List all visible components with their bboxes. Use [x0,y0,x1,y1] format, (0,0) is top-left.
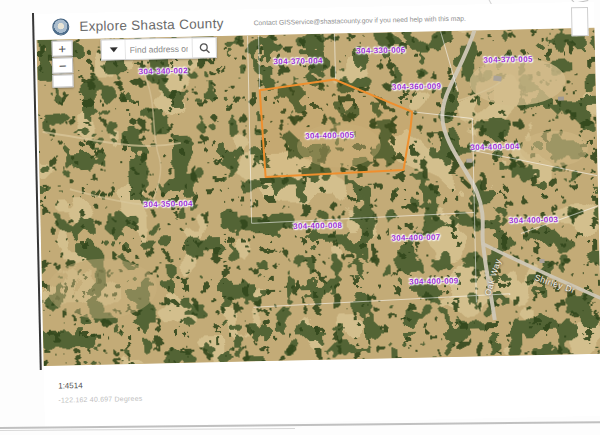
magnifier-icon [198,42,210,54]
search-box [101,37,217,61]
app-title: Explore Shasta County [79,15,224,33]
print-footer: 1:4514 -122.162 40.697 Degrees [44,354,600,428]
extra-map-button[interactable] [52,74,73,87]
zoom-in-button[interactable]: + [52,40,73,56]
header-button[interactable] [571,7,589,36]
aerial-imagery [37,28,600,366]
scanned-page: Explore Shasta County Contact GISService… [0,0,600,435]
zoom-out-button[interactable]: − [52,57,73,73]
county-seal-logo [52,18,69,35]
map-canvas[interactable]: 304-340-002304-370-004304-330-006304-370… [37,28,600,366]
search-button[interactable] [192,38,216,58]
contact-note: Contact GISService@shastacounty.gov if y… [254,14,466,26]
caret-down-icon [109,47,117,52]
map-app-screenshot: Explore Shasta County Contact GISService… [36,2,600,428]
search-source-dropdown[interactable] [102,40,126,60]
zoom-controls: + − [52,40,74,88]
search-input[interactable] [126,39,192,59]
